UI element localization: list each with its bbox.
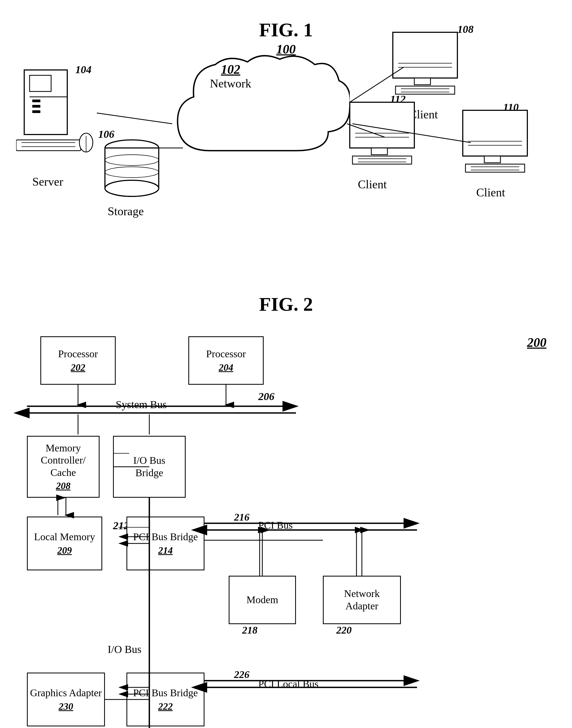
fig1-section: FIG. 1 100 102 Network [0, 8, 572, 291]
svg-line-40 [352, 124, 471, 143]
svg-line-39 [350, 67, 404, 102]
fig1-connections [0, 8, 572, 291]
svg-line-37 [97, 113, 172, 124]
fig2-connections [0, 293, 572, 728]
page: FIG. 1 100 102 Network [0, 0, 572, 728]
